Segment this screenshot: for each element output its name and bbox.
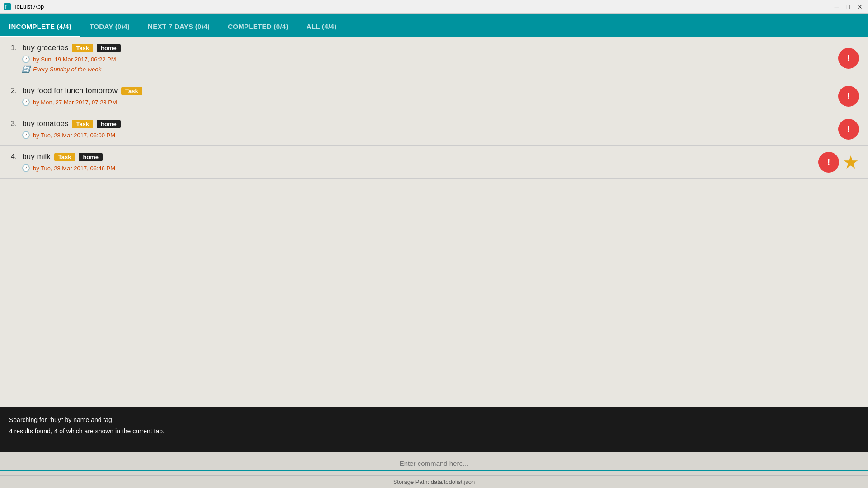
badge-task: Task <box>72 120 93 128</box>
task-number: 3. <box>11 120 17 128</box>
task-number: 2. <box>11 87 17 95</box>
task-due-date: 🕐by Sun, 19 Mar 2017, 06:22 PM <box>22 55 841 63</box>
title-bar-left: T ToLuist App <box>4 3 44 10</box>
priority-circle: ! <box>838 48 859 69</box>
clock-icon: 🕐 <box>22 164 30 172</box>
task-row: 1.buy groceriesTaskhome <box>11 43 841 52</box>
tab-completed[interactable]: COMPLETED (0/4) <box>219 17 297 37</box>
badge-task: Task <box>72 44 93 52</box>
task-item: 1.buy groceriesTaskhome🕐by Sun, 19 Mar 2… <box>0 37 868 80</box>
storage-path: Storage Path: data/todolist.json <box>393 479 475 485</box>
priority-circle: ! <box>838 86 859 107</box>
svg-text:T: T <box>5 5 7 9</box>
task-title: buy milk <box>22 152 50 161</box>
command-area <box>0 452 868 475</box>
status-line1: Searching for "buy" by name and tag. <box>9 414 859 426</box>
task-item: 4.buy milkTaskhome🕐by Tue, 28 Mar 2017, … <box>0 146 868 179</box>
badge-home: home <box>79 153 103 161</box>
task-row: 4.buy milkTaskhome <box>11 152 841 161</box>
task-item: 3.buy tomatoesTaskhome🕐by Tue, 28 Mar 20… <box>0 113 868 146</box>
task-item: 2.buy food for lunch tomorrowTask🕐by Mon… <box>0 80 868 113</box>
task-recurrence: 🔄Every Sunday of the week <box>22 65 841 73</box>
task-row: 2.buy food for lunch tomorrowTask <box>11 86 841 95</box>
tab-all[interactable]: ALL (4/4) <box>297 17 346 37</box>
tab-bar: INCOMPLETE (4/4)TODAY (0/4)NEXT 7 DAYS (… <box>0 14 868 37</box>
task-title: buy tomatoes <box>22 119 68 128</box>
command-input[interactable] <box>0 457 868 471</box>
badge-task: Task <box>121 87 142 95</box>
task-title: buy food for lunch tomorrow <box>22 86 118 95</box>
badge-home: home <box>97 120 121 128</box>
due-date-text: by Tue, 28 Mar 2017, 06:46 PM <box>33 165 115 172</box>
priority-circle: ! <box>818 152 839 173</box>
task-due-date: 🕐by Tue, 28 Mar 2017, 06:46 PM <box>22 164 841 172</box>
main-content: 1.buy groceriesTaskhome🕐by Sun, 19 Mar 2… <box>0 37 868 407</box>
clock-icon: 🕐 <box>22 131 30 139</box>
recurrence-icon: 🔄 <box>22 65 30 73</box>
due-date-text: by Mon, 27 Mar 2017, 07:23 PM <box>33 99 117 106</box>
status-bar: Searching for "buy" by name and tag. 4 r… <box>0 407 868 452</box>
minimize-button[interactable]: ─ <box>833 3 841 10</box>
task-title: buy groceries <box>22 43 68 52</box>
title-bar: T ToLuist App ─ □ ✕ <box>0 0 868 14</box>
clock-icon: 🕐 <box>22 55 30 63</box>
star-icon: ★ <box>843 152 859 173</box>
tab-today[interactable]: TODAY (0/4) <box>80 17 139 37</box>
priority-circle: ! <box>838 119 859 140</box>
maximize-button[interactable]: □ <box>844 3 852 10</box>
badge-home: home <box>97 44 121 52</box>
close-button[interactable]: ✕ <box>855 3 864 10</box>
app-icon: T <box>4 3 11 10</box>
badge-task: Task <box>54 153 75 161</box>
title-bar-controls: ─ □ ✕ <box>833 3 864 10</box>
tab-next7days[interactable]: NEXT 7 DAYS (0/4) <box>139 17 219 37</box>
footer: Storage Path: data/todolist.json <box>0 475 868 488</box>
due-date-text: by Tue, 28 Mar 2017, 06:00 PM <box>33 132 115 139</box>
priority-star-group: !★ <box>818 152 859 173</box>
tab-incomplete[interactable]: INCOMPLETE (4/4) <box>0 17 80 37</box>
recurrence-text: Every Sunday of the week <box>33 66 101 73</box>
task-row: 3.buy tomatoesTaskhome <box>11 119 841 128</box>
app-title: ToLuist App <box>14 3 44 10</box>
task-number: 4. <box>11 153 17 161</box>
clock-icon: 🕐 <box>22 98 30 106</box>
task-due-date: 🕐by Tue, 28 Mar 2017, 06:00 PM <box>22 131 841 139</box>
due-date-text: by Sun, 19 Mar 2017, 06:22 PM <box>33 56 116 63</box>
status-line2: 4 results found, 4 of which are shown in… <box>9 426 859 437</box>
task-number: 1. <box>11 44 17 52</box>
task-due-date: 🕐by Mon, 27 Mar 2017, 07:23 PM <box>22 98 841 106</box>
